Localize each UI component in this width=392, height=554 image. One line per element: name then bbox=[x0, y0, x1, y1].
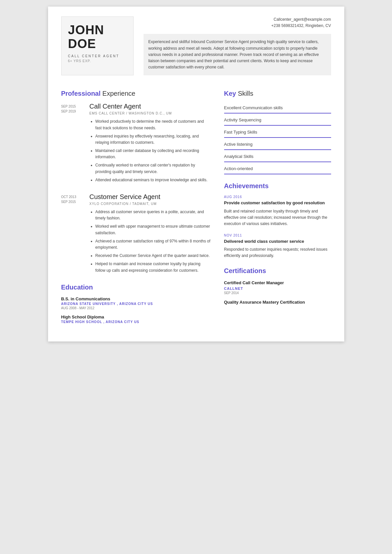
section-bold-key: Key bbox=[224, 90, 236, 97]
professional-experience-title: Professional Experience bbox=[61, 90, 211, 97]
cert-name-1: Certified Call Center Manager bbox=[224, 280, 331, 286]
achievement-desc-1: Built and retained customer loyalty thro… bbox=[224, 208, 331, 227]
edu-school-2: TEMPE HIGH SCHOOL , ARIZONA CITY US bbox=[61, 320, 211, 324]
skill-4: Active listening bbox=[224, 139, 331, 150]
header-right: Callcenter_agent@example.com +238 569832… bbox=[144, 16, 331, 75]
cert-1: Certified Call Center Manager CALLNET SE… bbox=[224, 280, 331, 295]
summary: Experienced and skillful Inbound Custome… bbox=[144, 34, 331, 75]
full-name: JOHN DOE bbox=[68, 23, 127, 51]
main-content: Professional Experience SEP 2015 SEP 201… bbox=[48, 82, 344, 341]
edu-entry-2: High School Diploma TEMPE HIGH SCHOOL , … bbox=[61, 315, 211, 324]
exp-role-2: Customer Service Agent bbox=[90, 193, 211, 201]
cert-name-2: Quality Assurance Mastery Certification bbox=[224, 299, 331, 305]
right-column: Key Skills Excellent Communication skill… bbox=[224, 82, 331, 328]
job-title: CALL CENTER AGENT bbox=[68, 54, 127, 58]
key-skills-title: Key Skills bbox=[224, 90, 331, 97]
exp-details-2: Customer Service Agent XYLO CORPORATION … bbox=[90, 193, 211, 276]
header-section: JOHN DOE CALL CENTER AGENT 6+ YRS EXP. C… bbox=[48, 7, 344, 82]
exp-dates-2: OCT 2013 SEP 2015 bbox=[61, 193, 84, 276]
bullet-item: Helped to maintain and increase customer… bbox=[95, 261, 211, 273]
bullet-item: Maintained call center database by colle… bbox=[95, 148, 211, 160]
skill-2: Activity Sequencing bbox=[224, 115, 331, 126]
exp-company-1: EMS CALL CENTER / WASHINGTON D.C., UM bbox=[90, 112, 211, 115]
contact-info: Callcenter_agent@example.com +238 569832… bbox=[144, 16, 331, 29]
achievement-date-2: NOV 2011 bbox=[224, 234, 331, 237]
edu-entry-1: B.S. in Communications ARIZONA STATE UNI… bbox=[61, 296, 211, 310]
edu-degree-2: High School Diploma bbox=[61, 315, 211, 319]
exp-details-1: Call Center Agent EMS CALL CENTER / WASH… bbox=[90, 103, 211, 185]
certifications-title: Certifications bbox=[224, 267, 331, 275]
bullet-item: Received the Customer Service Agent of t… bbox=[95, 253, 211, 259]
resume-container: JOHN DOE CALL CENTER AGENT 6+ YRS EXP. C… bbox=[48, 7, 344, 341]
achievement-2: NOV 2011 Delivered world class customer … bbox=[224, 234, 331, 259]
section-bold-certifications: Certifications bbox=[224, 267, 266, 274]
exp-bullets-2: Address all customer service queries in … bbox=[90, 209, 211, 274]
edu-dates-1: AUG 2008 - MAY 2012 bbox=[61, 306, 211, 310]
section-normal-skills: Skills bbox=[236, 90, 253, 97]
bullet-item: Address all customer service queries in … bbox=[95, 209, 211, 221]
experience-label: 6+ YRS EXP. bbox=[68, 59, 127, 63]
email: Callcenter_agent@example.com bbox=[144, 16, 331, 23]
achievement-title-1: Provide customer satisfaction by good re… bbox=[224, 200, 331, 206]
exp-company-2: XYLO CORPORATION / TADMAIT, UM bbox=[90, 202, 211, 206]
cert-2: Quality Assurance Mastery Certification bbox=[224, 299, 331, 305]
bullet-item: Answered inquiries by effectively resear… bbox=[95, 133, 211, 146]
exp-role-1: Call Center Agent bbox=[90, 103, 211, 110]
skill-6: Action-oriented bbox=[224, 164, 331, 174]
section-bold-professional: Professional bbox=[61, 90, 101, 97]
achievement-desc-2: Responded to customer inquiries requests… bbox=[224, 246, 331, 259]
name-card: JOHN DOE CALL CENTER AGENT 6+ YRS EXP. bbox=[61, 16, 134, 75]
bullet-item: Continually worked to enhance call cente… bbox=[95, 162, 211, 175]
education-title: Education bbox=[61, 284, 211, 291]
bullet-item: Achieved a customer satisfaction rating … bbox=[95, 238, 211, 251]
cert-org-1: CALLNET bbox=[224, 287, 331, 290]
left-column: Professional Experience SEP 2015 SEP 201… bbox=[61, 82, 211, 328]
achievement-1: AUG 2016 Provide customer satisfaction b… bbox=[224, 195, 331, 227]
achievement-title-2: Delivered world class customer service bbox=[224, 239, 331, 244]
exp-entry-1: SEP 2015 SEP 2019 Call Center Agent EMS … bbox=[61, 103, 211, 185]
section-bold-education: Education bbox=[61, 284, 93, 291]
edu-school-1: ARIZONA STATE UNIVERSITY , ARIZONA CITY … bbox=[61, 302, 211, 306]
skill-1: Excellent Communication skills bbox=[224, 103, 331, 113]
achievement-date-1: AUG 2016 bbox=[224, 195, 331, 199]
skill-3: Fast Typing Skills bbox=[224, 127, 331, 138]
phone-location: +238 5698321432, Ringleben, CV bbox=[144, 23, 331, 29]
cert-date-1: SEP 2014 bbox=[224, 291, 331, 295]
exp-bullets-1: Worked productively to determine the nee… bbox=[90, 118, 211, 183]
achievements-title: Achievements bbox=[224, 182, 331, 190]
section-normal-experience: Experience bbox=[101, 90, 136, 97]
bullet-item: Attended educational seminars to improve… bbox=[95, 177, 211, 183]
bullet-item: Worked well with upper management to ens… bbox=[95, 223, 211, 236]
bullet-item: Worked productively to determine the nee… bbox=[95, 118, 211, 131]
exp-entry-2: OCT 2013 SEP 2015 Customer Service Agent… bbox=[61, 193, 211, 276]
exp-dates-1: SEP 2015 SEP 2019 bbox=[61, 103, 84, 185]
section-bold-achievements: Achievements bbox=[224, 182, 269, 189]
skill-5: Analytical Skills bbox=[224, 151, 331, 162]
edu-degree-1: B.S. in Communications bbox=[61, 296, 211, 301]
